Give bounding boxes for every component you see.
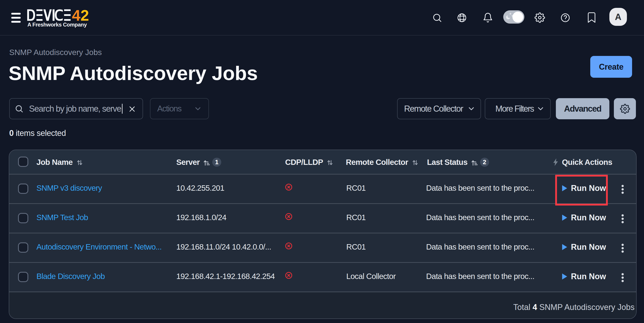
svg-text:2: 2 bbox=[80, 9, 89, 21]
svg-text:4: 4 bbox=[72, 9, 80, 21]
